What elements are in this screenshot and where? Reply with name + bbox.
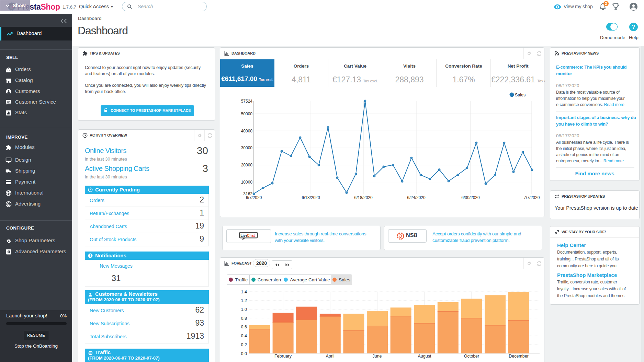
svg-text:7/7/2020: 7/7/2020 <box>524 195 540 200</box>
svg-text:October: October <box>464 354 479 359</box>
svg-text:30000: 30000 <box>241 145 253 150</box>
svg-text:6/18/2020: 6/18/2020 <box>354 195 373 200</box>
svg-text:February: February <box>274 354 292 359</box>
svg-text:0.0: 0.0 <box>241 351 247 356</box>
svg-text:50000: 50000 <box>241 112 253 116</box>
svg-text:6/30/2020: 6/30/2020 <box>461 195 480 200</box>
svg-text:June: June <box>372 354 382 359</box>
svg-text:August: August <box>418 354 431 359</box>
svg-text:Chat: Chat <box>247 234 255 237</box>
svg-text:Live: Live <box>240 234 248 237</box>
svg-text:Sales: Sales <box>515 93 526 97</box>
svg-text:0.6: 0.6 <box>241 325 247 329</box>
svg-text:0.4: 0.4 <box>241 334 247 338</box>
svg-text:57524: 57524 <box>241 99 253 104</box>
svg-text:1.4: 1.4 <box>241 290 247 294</box>
svg-text:December: December <box>509 354 529 359</box>
svg-text:0.2: 0.2 <box>241 342 247 347</box>
svg-text:April: April <box>326 354 334 359</box>
svg-text:10000: 10000 <box>241 180 253 185</box>
svg-text:40000: 40000 <box>241 129 253 133</box>
svg-text:6/13/2020: 6/13/2020 <box>302 195 320 200</box>
svg-text:0.8: 0.8 <box>241 316 247 321</box>
svg-text:6/24/2020: 6/24/2020 <box>407 195 426 200</box>
svg-text:1.0: 1.0 <box>241 307 247 312</box>
svg-text:20000: 20000 <box>241 163 253 167</box>
svg-text:6/7/2020: 6/7/2020 <box>246 195 262 200</box>
svg-text:1.2: 1.2 <box>241 298 247 303</box>
